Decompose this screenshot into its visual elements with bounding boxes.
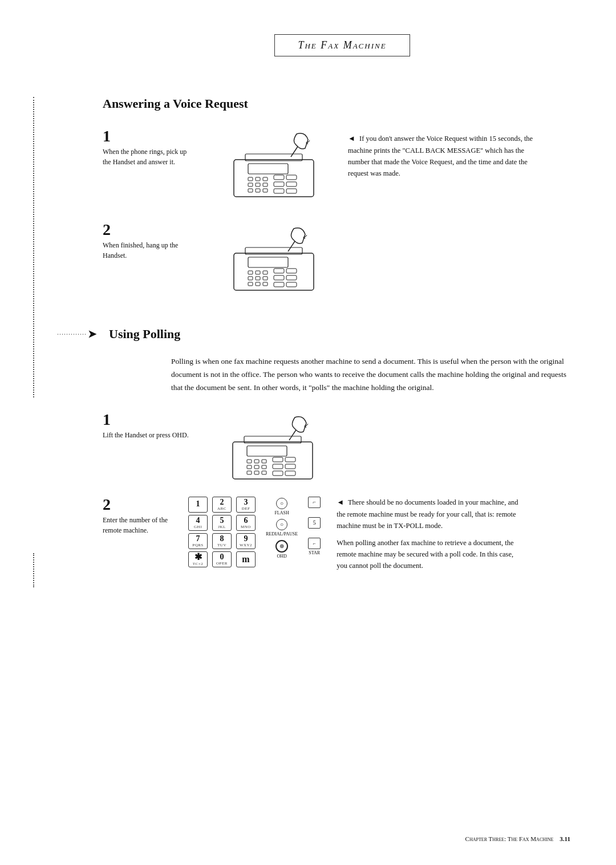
answering-step1: 1 When the phone rings, pick up the Hand… <box>103 128 570 205</box>
page-footer: Chapter Three: The Fax Machine 3.11 <box>465 835 570 842</box>
svg-rect-36 <box>286 282 297 287</box>
header-box: The Fax Machine <box>274 34 410 56</box>
svg-rect-50 <box>273 457 283 462</box>
svg-rect-8 <box>263 183 268 186</box>
key-2[interactable]: 2ABC <box>212 497 232 513</box>
answering-step2: 2 When finished, hang up the Handset. <box>103 222 570 298</box>
svg-rect-6 <box>248 183 253 186</box>
svg-rect-21 <box>248 257 288 267</box>
svg-rect-27 <box>263 277 268 280</box>
polling-step1-text: Lift the Handset or press OHD. <box>103 430 194 440</box>
note-arrow-1: ◄ <box>348 134 355 143</box>
svg-rect-9 <box>248 189 253 192</box>
svg-rect-5 <box>263 177 268 181</box>
flash-label: FLASH <box>274 510 289 515</box>
svg-text:↙: ↙ <box>305 138 311 146</box>
step2-left: 2 When finished, hang up the Handset. <box>103 222 217 261</box>
svg-rect-15 <box>286 182 297 186</box>
svg-rect-11 <box>263 189 268 192</box>
polling-step1-left: 1 Lift the Handset or press OHD. <box>103 412 217 440</box>
key-0[interactable]: 0OPER <box>212 551 232 567</box>
svg-rect-34 <box>286 275 297 280</box>
step2-number: 2 <box>103 222 217 238</box>
svg-rect-31 <box>274 269 284 273</box>
svg-rect-3 <box>248 177 253 181</box>
keypad-area: 1 2ABC 3DEF 4GHI 5JKL 6MNO 7PQRS 8TUV 9W… <box>183 497 321 567</box>
svg-rect-35 <box>274 282 284 287</box>
step2-text: When finished, hang up the Handset. <box>103 240 194 261</box>
polling-step2-left: 2 Enter the number of the remote machine… <box>103 497 183 535</box>
key-3[interactable]: 3DEF <box>236 497 256 513</box>
svg-rect-41 <box>247 460 252 463</box>
polling-step1-number: 1 <box>103 412 217 428</box>
step1-left: 1 When the phone rings, pick up the Hand… <box>103 128 217 167</box>
fax-illustration-3: ↙ <box>217 412 331 485</box>
polling-notes: ◄ There should be no documents loaded in… <box>337 497 525 577</box>
fax-illustration-1: ↙ <box>217 128 331 205</box>
answering-side-note: ◄ If you don't answer the Voice Request … <box>348 133 536 179</box>
svg-rect-28 <box>248 282 253 286</box>
footer-page: 3.11 <box>560 835 570 842</box>
key-star[interactable]: ✱TC×2 <box>188 551 208 567</box>
polling-note-2: When polling another fax machine to retr… <box>337 537 525 571</box>
polling-header: · · · · · · · · · · · · · ➤ Using Pollin… <box>57 327 570 342</box>
dotted-border-bottom <box>33 553 34 587</box>
svg-rect-45 <box>254 465 259 469</box>
answering-section: Answering a Voice Request 1 When the pho… <box>103 96 570 298</box>
fax-illustration-2: ↙ <box>217 222 331 298</box>
svg-rect-52 <box>273 464 283 469</box>
answering-title: Answering a Voice Request <box>103 96 570 111</box>
polling-step1: 1 Lift the Handset or press OHD. <box>103 412 570 485</box>
svg-text:↙: ↙ <box>303 421 309 429</box>
svg-rect-44 <box>247 465 252 469</box>
keypad-grid: 1 2ABC 3DEF 4GHI 5JKL 6MNO 7PQRS 8TUV 9W… <box>188 497 258 567</box>
page: The Fax Machine Answering a Voice Reques… <box>0 0 616 865</box>
svg-rect-32 <box>286 269 297 273</box>
svg-rect-17 <box>286 189 297 193</box>
step1-number: 1 <box>103 128 217 144</box>
flash-icon: ○ <box>276 498 287 509</box>
svg-rect-29 <box>256 282 260 286</box>
svg-rect-40 <box>247 446 287 456</box>
svg-rect-22 <box>248 271 253 274</box>
btn-flash[interactable]: ○ FLASH <box>266 498 298 515</box>
redial-icon: ○ <box>276 519 287 530</box>
redial-label: REDIAL/PAUSE <box>266 531 298 537</box>
key-5[interactable]: 5JKL <box>212 515 232 531</box>
btn-redial[interactable]: ○ REDIAL/PAUSE <box>266 519 298 537</box>
svg-rect-4 <box>256 177 260 181</box>
key-8[interactable]: 8TUV <box>212 533 232 549</box>
svg-rect-2 <box>248 164 288 174</box>
step1-text: When the phone rings, pick up the Handse… <box>103 147 194 167</box>
polling-arrow-line: · · · · · · · · · · · · · ➤ <box>57 328 96 340</box>
polling-step2-text: Enter the number of the remote machine. <box>103 515 183 535</box>
key-6[interactable]: 6MNO <box>236 515 256 531</box>
svg-rect-33 <box>274 275 284 280</box>
side-btn-bot: ⌐ STAR <box>308 538 321 555</box>
key-4[interactable]: 4GHI <box>188 515 208 531</box>
fax-svg-2: ↙ <box>217 222 328 296</box>
polling-note-1: ◄ There should be no documents loaded in… <box>337 497 525 531</box>
polling-title: Using Polling <box>109 327 180 342</box>
side-btn-label-bot: STAR <box>309 550 320 555</box>
svg-text:↙: ↙ <box>302 233 308 241</box>
key-1[interactable]: 1 <box>188 497 208 513</box>
answering-note-text: If you don't answer the Voice Request wi… <box>348 135 533 177</box>
side-btn-icon-mid: 5 <box>308 517 321 529</box>
svg-rect-25 <box>248 277 253 280</box>
note-arrow-2: ◄ <box>337 498 344 506</box>
ohd-icon: ⊕ <box>275 540 288 553</box>
btn-ohd[interactable]: ⊕ OHD <box>266 540 298 559</box>
svg-rect-24 <box>263 271 268 274</box>
svg-rect-53 <box>285 464 295 469</box>
polling-dots: · · · · · · · · · · · · · <box>57 330 86 339</box>
fax-svg-3: ↙ <box>217 412 328 483</box>
side-buttons: ⌐ 5 ⌐ STAR <box>308 497 321 555</box>
key-9[interactable]: 9WXY2 <box>236 533 256 549</box>
right-buttons: ○ FLASH ○ REDIAL/PAUSE ⊕ OHD <box>266 497 298 559</box>
svg-rect-54 <box>273 471 283 476</box>
key-hash[interactable]: m <box>236 551 256 567</box>
key-7[interactable]: 7PQRS <box>188 533 208 549</box>
svg-rect-10 <box>256 189 260 192</box>
ohd-label: OHD <box>277 554 286 559</box>
